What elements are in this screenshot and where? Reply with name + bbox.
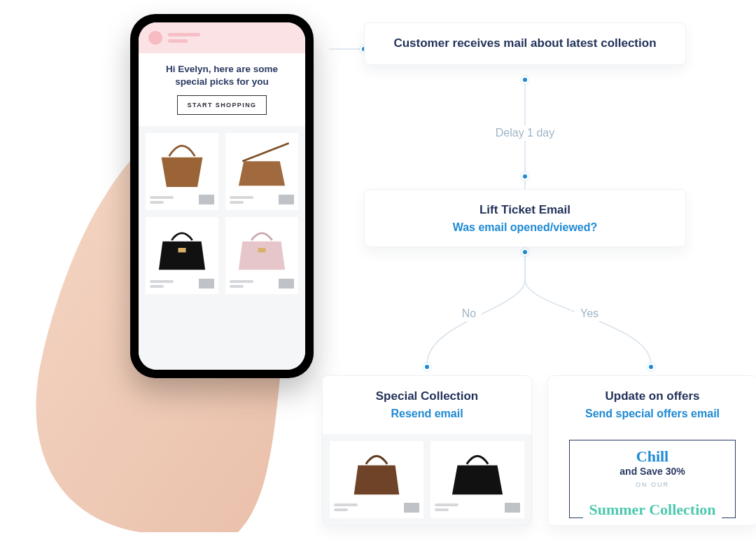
flow-dot-icon: [423, 363, 431, 371]
flow-node-subtitle: Send special offers email: [564, 408, 741, 420]
phone-frame: Hi Evelyn, here are some special picks f…: [130, 14, 314, 378]
svg-rect-0: [178, 248, 186, 252]
handbag-icon: [435, 445, 520, 499]
promo-collection-text: Summer Collection: [583, 501, 721, 519]
flow-dot-icon: [647, 363, 655, 371]
flow-node-title: Update on offers: [564, 389, 741, 405]
promo-card: Chill and Save 30% ON OUR Summer Collect…: [569, 440, 736, 518]
handbag-icon: [334, 445, 419, 499]
product-card[interactable]: [146, 217, 218, 294]
product-card[interactable]: [225, 217, 298, 294]
start-shopping-button[interactable]: START SHOPPING: [177, 95, 267, 115]
handbag-icon: [230, 221, 294, 274]
email-app-header: [139, 22, 305, 53]
flow-node-condition[interactable]: Lift Ticket Email Was email opened/viewe…: [364, 189, 686, 247]
flow-branch-yes-label: Yes: [575, 306, 604, 321]
promo-save-text: and Save 30%: [577, 466, 728, 477]
product-grid: [139, 126, 305, 370]
email-hero: Hi Evelyn, here are some special picks f…: [139, 53, 305, 126]
automation-flow: Delay 1 day No Yes Customer receives mai…: [329, 0, 749, 549]
flow-dot-icon: [521, 76, 529, 84]
product-card[interactable]: [146, 133, 218, 210]
handbag-icon: [230, 137, 294, 190]
flow-node-subtitle: Was email opened/viewed?: [380, 221, 670, 234]
flow-dot-icon: [521, 248, 529, 256]
promo-headline: Chill: [629, 447, 676, 466]
flow-node-subtitle: Resend email: [338, 408, 516, 420]
product-card[interactable]: [225, 133, 298, 210]
flow-node-offers[interactable]: Update on offers Send special offers ema…: [547, 375, 756, 526]
svg-rect-1: [258, 248, 265, 252]
flow-node-title: Customer receives mail about latest coll…: [380, 36, 670, 52]
product-card: [330, 441, 424, 518]
product-card: [430, 441, 524, 518]
flow-node-trigger[interactable]: Customer receives mail about latest coll…: [364, 22, 686, 65]
phone-screen: Hi Evelyn, here are some special picks f…: [139, 22, 305, 370]
flow-node-title: Special Collection: [338, 389, 516, 405]
resend-preview-products: [323, 434, 531, 525]
avatar-placeholder-icon: [148, 31, 162, 45]
phone-mock-area: Hi Evelyn, here are some special picks f…: [14, 0, 322, 549]
handbag-icon: [150, 221, 214, 274]
header-text-placeholder: [168, 33, 200, 43]
flow-node-title: Lift Ticket Email: [380, 202, 670, 218]
email-greeting: Hi Evelyn, here are some special picks f…: [151, 63, 293, 95]
promo-on-text: ON OUR: [577, 481, 728, 488]
flow-dot-icon: [521, 172, 529, 181]
flow-node-resend[interactable]: Special Collection Resend email: [322, 375, 532, 526]
handbag-icon: [150, 137, 214, 190]
flow-branch-no-label: No: [456, 306, 482, 321]
flow-delay-label: Delay 1 day: [490, 125, 561, 141]
